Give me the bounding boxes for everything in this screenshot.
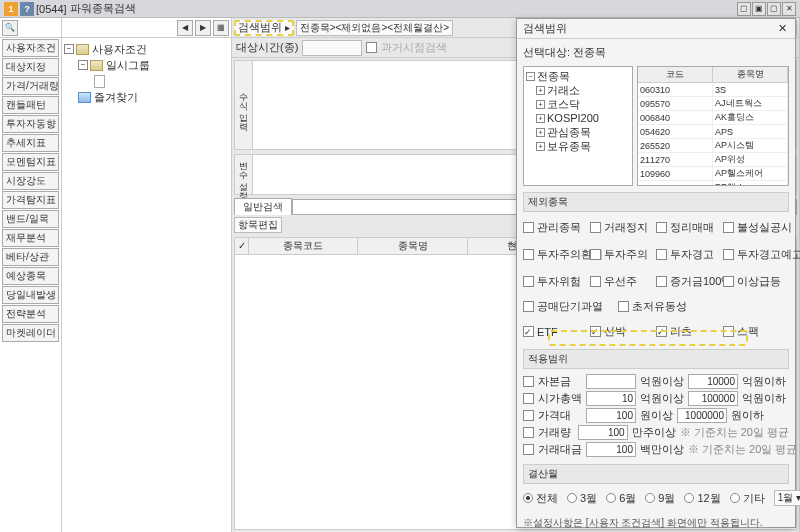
checkbox[interactable] <box>523 393 534 404</box>
target-tree-item[interactable]: +관심종목 <box>526 125 630 139</box>
time-value[interactable] <box>302 40 362 56</box>
category-1[interactable]: 대상지정 <box>2 58 59 76</box>
checkbox[interactable] <box>723 222 734 233</box>
checkbox[interactable] <box>590 326 601 337</box>
category-9[interactable]: 밴드/일목 <box>2 210 59 228</box>
win-btn-1[interactable]: ▢ <box>737 2 751 16</box>
past-check[interactable] <box>366 42 377 53</box>
checkbox[interactable] <box>590 249 601 260</box>
category-10[interactable]: 재무분석 <box>2 229 59 247</box>
checkbox[interactable] <box>523 326 534 337</box>
category-11[interactable]: 베타/상관 <box>2 248 59 266</box>
target-tree-item[interactable]: +KOSPI200 <box>526 111 630 125</box>
stock-row[interactable]: 211270AP위성 <box>638 153 788 167</box>
nav-back-icon[interactable]: ◀ <box>177 20 193 36</box>
radio[interactable] <box>523 493 533 503</box>
category-4[interactable]: 투자자동향 <box>2 115 59 133</box>
column-header[interactable]: 종목코드 <box>249 238 358 254</box>
checkbox[interactable] <box>656 326 667 337</box>
formula-side-1[interactable]: 수식 입력 <box>235 61 253 149</box>
expand-icon[interactable]: − <box>526 72 535 81</box>
checkbox[interactable] <box>523 376 534 387</box>
checkbox[interactable] <box>656 249 667 260</box>
stock-row[interactable]: 265520AP시스템 <box>638 139 788 153</box>
month-dropdown[interactable]: 1월 ▾ <box>774 490 800 506</box>
expand-icon[interactable]: + <box>536 128 545 137</box>
tree-favorites[interactable]: 즐겨찾기 <box>64 89 229 105</box>
category-14[interactable]: 전략분석 <box>2 305 59 323</box>
value-input[interactable] <box>578 425 628 440</box>
stock-row[interactable]: 054620APS <box>638 125 788 139</box>
tree-root[interactable]: − 사용자조건 <box>64 41 229 57</box>
radio[interactable] <box>606 493 616 503</box>
category-7[interactable]: 시장강도 <box>2 172 59 190</box>
checkbox[interactable] <box>523 427 534 438</box>
checkbox[interactable] <box>523 444 534 455</box>
nav-fwd-icon[interactable]: ▶ <box>195 20 211 36</box>
category-3[interactable]: 캔들패턴 <box>2 96 59 114</box>
radio[interactable] <box>645 493 655 503</box>
category-2[interactable]: 가격/거래량 <box>2 77 59 95</box>
collapse-icon[interactable]: − <box>64 44 74 54</box>
expand-icon[interactable]: + <box>536 114 545 123</box>
search-icon[interactable]: 🔍 <box>2 20 18 36</box>
value-input[interactable] <box>586 391 636 406</box>
win-btn-close[interactable]: ✕ <box>782 2 796 16</box>
radio[interactable] <box>567 493 577 503</box>
checkbox[interactable] <box>618 301 629 312</box>
target-tree-item[interactable]: +코스닥 <box>526 97 630 111</box>
category-0[interactable]: 사용자조건 <box>2 39 59 57</box>
stock-row[interactable]: 095570AJ네트웍스 <box>638 97 788 111</box>
value-input[interactable] <box>586 442 636 457</box>
category-6[interactable]: 모멘텀지표 <box>2 153 59 171</box>
tree-group[interactable]: − 일시그룹 <box>64 57 229 73</box>
checkbox[interactable] <box>523 410 534 421</box>
target-tree-item[interactable]: −전종목 <box>526 69 630 83</box>
category-12[interactable]: 예상종목 <box>2 267 59 285</box>
expand-icon[interactable]: + <box>536 86 545 95</box>
value-input[interactable] <box>688 391 738 406</box>
search-range-btn[interactable]: 검색범위 ▸ <box>234 20 294 36</box>
category-5[interactable]: 추세지표 <box>2 134 59 152</box>
tree-item[interactable] <box>64 73 229 89</box>
column-header[interactable]: 종목명 <box>358 238 467 254</box>
target-tree-item[interactable]: +보유종목 <box>526 139 630 153</box>
tab-general[interactable]: 일반검색 <box>234 198 292 215</box>
close-icon[interactable]: ✕ <box>775 22 789 36</box>
stock-grid[interactable]: 코드 종목명 0603103S095570AJ네트웍스006840AK홀딩스05… <box>637 66 789 186</box>
radio[interactable] <box>684 493 694 503</box>
target-tree[interactable]: −전종목+거래소+코스닥+KOSPI200+관심종목+보유종목 <box>523 66 633 186</box>
value-input[interactable] <box>688 374 738 389</box>
stock-row[interactable]: 0603103S <box>638 83 788 97</box>
checkbox[interactable] <box>523 276 534 287</box>
formula-side-2[interactable]: 변수 설정 <box>235 155 253 194</box>
stock-row[interactable]: 006840AK홀딩스 <box>638 111 788 125</box>
value-input[interactable] <box>586 408 636 423</box>
checkbox[interactable] <box>523 222 534 233</box>
radio[interactable] <box>730 493 740 503</box>
collapse-icon[interactable]: − <box>78 60 88 70</box>
expand-icon[interactable]: + <box>536 142 545 151</box>
checkbox[interactable] <box>523 249 534 260</box>
category-13[interactable]: 당일내발생 <box>2 286 59 304</box>
value-input[interactable] <box>677 408 727 423</box>
category-15[interactable]: 마켓레이더 <box>2 324 59 342</box>
target-tree-item[interactable]: +거래소 <box>526 83 630 97</box>
checkbox[interactable] <box>590 276 601 287</box>
checkbox[interactable] <box>523 301 534 312</box>
checkbox[interactable] <box>723 276 734 287</box>
category-8[interactable]: 가격탐지표 <box>2 191 59 209</box>
checkbox[interactable] <box>656 276 667 287</box>
checkbox[interactable] <box>723 326 734 337</box>
win-btn-3[interactable]: ▢ <box>767 2 781 16</box>
checkbox[interactable] <box>723 249 734 260</box>
cube-icon[interactable]: ▦ <box>213 20 229 36</box>
edit-columns-btn[interactable]: 항목편집 <box>234 217 282 233</box>
expand-icon[interactable]: + <box>536 100 545 109</box>
stock-row[interactable]: 139050BF랩스 <box>638 181 788 185</box>
value-input[interactable] <box>586 374 636 389</box>
win-btn-2[interactable]: ▣ <box>752 2 766 16</box>
checkbox[interactable] <box>656 222 667 233</box>
checkbox[interactable] <box>590 222 601 233</box>
stock-row[interactable]: 109960AP헬스케어 <box>638 167 788 181</box>
